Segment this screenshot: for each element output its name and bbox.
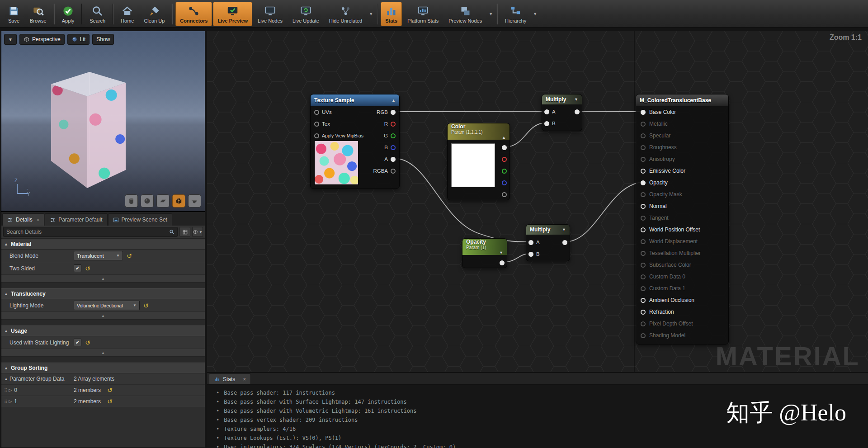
pin-dot[interactable] bbox=[641, 157, 646, 162]
home-button[interactable]: Home bbox=[116, 2, 138, 26]
material-pin-opacity-mask[interactable]: Opacity Mask bbox=[641, 189, 682, 199]
tab-stats[interactable]: Stats × bbox=[209, 373, 251, 384]
pin-dot[interactable] bbox=[641, 133, 646, 138]
plane-shape-button[interactable] bbox=[156, 194, 170, 207]
show-button[interactable]: Show bbox=[92, 34, 114, 45]
material-pin-tessellation-multiplier[interactable]: Tessellation Multiplier bbox=[641, 248, 701, 258]
pin-dot[interactable] bbox=[314, 133, 319, 138]
stats-button[interactable]: Stats bbox=[381, 2, 402, 26]
cylinder-shape-button[interactable] bbox=[125, 194, 138, 207]
material-pin-base-color[interactable]: Base Color bbox=[641, 107, 676, 117]
two-sided-checkbox[interactable]: ✓ bbox=[74, 264, 81, 272]
pin-dot[interactable] bbox=[641, 321, 646, 326]
tab-preview-scene-settings[interactable]: Preview Scene Set bbox=[108, 213, 172, 226]
pin-dot[interactable] bbox=[502, 157, 507, 162]
collapse-icon[interactable]: ▼ bbox=[574, 97, 578, 102]
output-pin[interactable] bbox=[575, 107, 580, 117]
pin-dot[interactable] bbox=[528, 240, 533, 245]
section-expander[interactable]: ▲ bbox=[1, 275, 205, 283]
browse-button[interactable]: Browse bbox=[25, 2, 51, 26]
node-texture-sample[interactable]: Texture Sample ▲ UVs Tex Apply View MipB… bbox=[310, 94, 400, 189]
node-header[interactable]: Opacity Param (1) ▼ bbox=[462, 239, 507, 255]
cube-shape-button[interactable] bbox=[172, 194, 185, 207]
input-pin-a[interactable]: A bbox=[544, 107, 556, 117]
material-pin-anisotropy[interactable]: Anisotropy bbox=[641, 154, 675, 164]
input-pin-apply-view-mipbias[interactable]: Apply View MipBias bbox=[314, 131, 363, 141]
output-pin-b[interactable] bbox=[502, 178, 507, 188]
pin-dot[interactable] bbox=[391, 145, 396, 150]
collapse-icon[interactable]: ▲ bbox=[502, 135, 506, 140]
input-pin-b[interactable]: B bbox=[528, 249, 540, 259]
node-color-parameter[interactable]: Color Param (1,1,1,1) ▲ bbox=[447, 123, 510, 200]
output-pin-b[interactable]: B bbox=[384, 142, 396, 152]
drag-grip-icon[interactable]: ⠿ bbox=[1, 399, 9, 404]
material-pin-specular[interactable]: Specular bbox=[641, 131, 670, 141]
clean-up-button[interactable]: Clean Up bbox=[139, 2, 169, 26]
material-pin-pixel-depth-offset[interactable]: Pixel Depth Offset bbox=[641, 319, 693, 329]
pin-dot[interactable] bbox=[391, 122, 396, 127]
close-icon[interactable]: × bbox=[243, 376, 246, 382]
color-preview-swatch[interactable] bbox=[451, 143, 495, 187]
material-pin-normal[interactable]: Normal bbox=[641, 201, 667, 211]
material-pin-ambient-occlusion[interactable]: Ambient Occlusion bbox=[641, 295, 694, 305]
display-mode-button[interactable] bbox=[179, 227, 190, 237]
drag-grip-icon[interactable]: ⠿ bbox=[1, 388, 9, 393]
material-pin-world-displacement[interactable]: World Displacement bbox=[641, 236, 698, 246]
pin-dot[interactable] bbox=[528, 252, 533, 257]
node-multiply-bottom[interactable]: Multiply ▼ A B bbox=[526, 224, 570, 261]
apply-button[interactable]: Apply bbox=[57, 2, 79, 26]
pin-dot[interactable] bbox=[502, 169, 507, 174]
material-pin-emissive-color[interactable]: Emissive Color bbox=[641, 166, 685, 176]
collapse-icon[interactable]: ▼ bbox=[562, 227, 566, 232]
collapse-icon[interactable]: ▼ bbox=[499, 250, 503, 255]
platform-stats-button[interactable]: Platform Stats bbox=[403, 2, 443, 26]
pin-dot[interactable] bbox=[641, 204, 646, 209]
node-material-output[interactable]: M_ColoredTranslucentBase Base Color Meta… bbox=[636, 94, 729, 344]
live-update-button[interactable]: Live Update bbox=[288, 2, 324, 26]
pin-dot[interactable] bbox=[500, 260, 505, 265]
perspective-button[interactable]: Perspective bbox=[19, 34, 65, 45]
material-pin-world-position-offset[interactable]: World Position Offset bbox=[641, 225, 700, 235]
live-preview-button[interactable]: Live Preview bbox=[213, 2, 252, 26]
connectors-button[interactable]: Connectors bbox=[175, 2, 212, 26]
section-translucency[interactable]: ▲ Translucency bbox=[1, 288, 205, 299]
hierarchy-dropdown-arrow[interactable]: ▼ bbox=[531, 2, 539, 26]
preview-viewport[interactable]: ▼ Perspective Lit Show Z -Y bbox=[1, 31, 205, 212]
reset-to-default-icon[interactable]: ↺ bbox=[107, 387, 113, 393]
pin-dot[interactable] bbox=[562, 240, 567, 245]
search-button[interactable]: Search bbox=[85, 2, 110, 26]
material-pin-custom-data-1[interactable]: Custom Data 1 bbox=[641, 283, 685, 293]
pin-dot[interactable] bbox=[391, 133, 396, 138]
output-pin-rgba[interactable]: RGBA bbox=[373, 166, 396, 176]
section-expander[interactable]: ▲ bbox=[1, 312, 205, 320]
teapot-shape-button[interactable] bbox=[188, 194, 201, 207]
collapse-icon[interactable]: ▲ bbox=[392, 98, 396, 103]
search-details-input[interactable]: Search Details bbox=[3, 227, 178, 237]
reset-to-default-icon[interactable]: ↺ bbox=[127, 253, 132, 259]
pin-dot[interactable] bbox=[641, 145, 646, 150]
pin-dot[interactable] bbox=[641, 122, 646, 127]
output-pin-g[interactable] bbox=[502, 166, 507, 176]
reset-to-default-icon[interactable]: ↺ bbox=[85, 265, 90, 272]
expander-icon[interactable]: ▷ bbox=[9, 388, 14, 392]
node-header[interactable]: M_ColoredTranslucentBase bbox=[636, 94, 728, 106]
pin-dot[interactable] bbox=[641, 239, 646, 244]
section-usage[interactable]: ▲ Usage bbox=[1, 325, 205, 336]
material-pin-tangent[interactable]: Tangent bbox=[641, 213, 669, 223]
pin-dot[interactable] bbox=[502, 192, 507, 197]
pin-dot[interactable] bbox=[391, 169, 396, 174]
pin-dot[interactable] bbox=[544, 121, 549, 126]
hide-unrelated-button[interactable]: Hide Unrelated bbox=[325, 2, 367, 26]
node-opacity-parameter[interactable]: Opacity Param (1) ▼ bbox=[462, 238, 507, 268]
output-pin[interactable] bbox=[500, 258, 505, 268]
parameter-group-data-row[interactable]: ▲ Parameter Group Data 2 Array elements bbox=[1, 373, 205, 385]
input-pin-tex[interactable]: Tex bbox=[314, 119, 330, 129]
section-expander[interactable]: ▲ bbox=[1, 349, 205, 357]
input-pin-b[interactable]: B bbox=[544, 118, 556, 128]
reset-to-default-icon[interactable]: ↺ bbox=[85, 340, 90, 346]
section-group-sorting[interactable]: ▲ Group Sorting bbox=[1, 363, 205, 373]
pin-dot[interactable] bbox=[641, 169, 646, 174]
pin-dot[interactable] bbox=[641, 216, 646, 221]
preview-nodes-button[interactable]: Preview Nodes bbox=[444, 2, 486, 26]
pin-dot[interactable] bbox=[641, 110, 646, 115]
